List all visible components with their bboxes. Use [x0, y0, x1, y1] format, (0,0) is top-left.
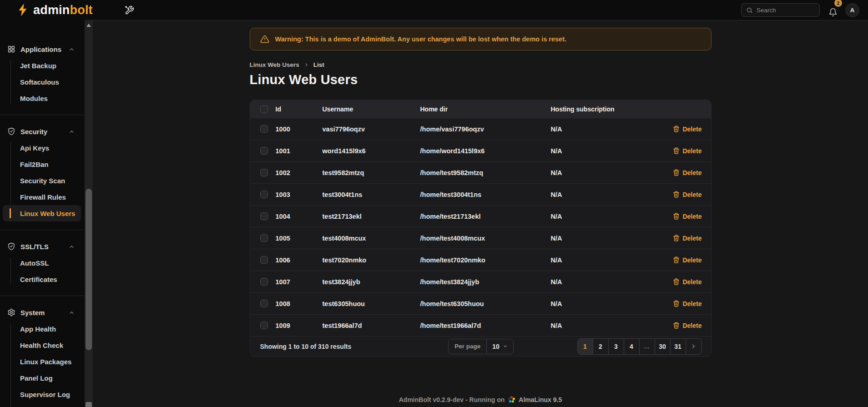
- scrollbar-up-arrow[interactable]: [86, 24, 91, 27]
- page-button-31[interactable]: 31: [671, 339, 686, 354]
- page-button-1[interactable]: 1: [578, 339, 593, 354]
- warning-text: Warning: This is a demo of AdminBolt. An…: [275, 35, 567, 43]
- cell-home-dir: /home/test4008mcux: [420, 235, 551, 242]
- delete-label: Delete: [682, 278, 701, 286]
- row-checkbox[interactable]: [260, 212, 268, 220]
- scrollbar-thumb[interactable]: [86, 189, 92, 350]
- cell-home-dir: /home/vasi7796oqzv: [420, 126, 551, 133]
- sidebar-item-softaculous[interactable]: Softaculous: [3, 74, 81, 90]
- row-checkbox[interactable]: [260, 147, 268, 155]
- sidebar-divider: [0, 115, 85, 115]
- row-checkbox[interactable]: [260, 234, 268, 242]
- delete-button[interactable]: Delete: [673, 191, 701, 198]
- sidebar-sections: Applications Jet Backup Softaculous Modu…: [0, 41, 85, 407]
- sidebar-scrollbar[interactable]: [85, 20, 93, 407]
- next-page-button[interactable]: [686, 339, 701, 354]
- table-row: 1002 test9582mtzq /home/test9582mtzq N/A…: [250, 162, 711, 184]
- row-checkbox[interactable]: [260, 191, 268, 198]
- row-checkbox[interactable]: [260, 300, 268, 307]
- delete-button[interactable]: Delete: [673, 256, 701, 264]
- sidebar-item-certificates[interactable]: Certificates: [3, 271, 81, 287]
- page-button-3[interactable]: 3: [609, 339, 624, 354]
- sidebar-section-header[interactable]: Applications: [0, 41, 85, 57]
- avatar[interactable]: A: [845, 3, 859, 17]
- cell-id: 1007: [276, 278, 323, 286]
- breadcrumb-current: List: [313, 61, 324, 68]
- delete-button[interactable]: Delete: [673, 300, 701, 307]
- row-checkbox[interactable]: [260, 322, 268, 329]
- sidebar-item-panel-log[interactable]: Panel Log: [3, 370, 81, 386]
- results-summary: Showing 1 to 10 of 310 results: [260, 343, 449, 350]
- sidebar-item-security-scan[interactable]: Security Scan: [3, 172, 81, 189]
- sidebar-item-system-updates[interactable]: System Updates: [3, 402, 81, 407]
- search-input[interactable]: [757, 7, 815, 14]
- table-row: 1008 test6305huou /home/test6305huou N/A…: [250, 293, 711, 315]
- delete-label: Delete: [682, 126, 701, 133]
- sidebar-item-linux-web-users[interactable]: Linux Web Users: [3, 205, 81, 221]
- section-items: Api Keys Fail2Ban Security Scan Firewall…: [0, 140, 85, 221]
- page-button-4[interactable]: 4: [624, 339, 640, 354]
- delete-button[interactable]: Delete: [673, 147, 701, 155]
- scrollbar-down-button[interactable]: [86, 402, 92, 407]
- search-box[interactable]: [741, 3, 820, 17]
- sidebar-item-app-health[interactable]: App Health: [3, 321, 81, 337]
- sidebar-item-label: Softaculous: [20, 78, 59, 86]
- row-checkbox[interactable]: [260, 169, 268, 176]
- page-button-30[interactable]: 30: [655, 339, 671, 354]
- sidebar-item-health-check[interactable]: Health Check: [3, 337, 81, 353]
- table-header-row: Id Username Home dir Hosting subscriptio…: [250, 100, 711, 118]
- app-footer: AdminBolt v0.2.9-dev - Running on AlmaLi…: [250, 396, 712, 403]
- delete-button[interactable]: Delete: [673, 322, 701, 329]
- sidebar-item-label: Security Scan: [20, 177, 65, 185]
- per-page-label: Per page: [449, 339, 487, 354]
- select-all-checkbox[interactable]: [260, 106, 268, 113]
- sidebar-item-label: Panel Log: [20, 374, 53, 382]
- sidebar-item-label: Jet Backup: [20, 62, 56, 70]
- table-row: 1003 test3004t1ns /home/test3004t1ns N/A…: [250, 184, 711, 206]
- sidebar-item-modules[interactable]: Modules: [3, 90, 81, 106]
- delete-label: Delete: [682, 169, 701, 176]
- tools-button[interactable]: [125, 5, 134, 15]
- per-page-select[interactable]: 10: [487, 343, 513, 350]
- sidebar-item-label: Health Check: [20, 342, 63, 349]
- row-checkbox[interactable]: [260, 256, 268, 264]
- bell-icon: [828, 8, 838, 17]
- delete-button[interactable]: Delete: [673, 278, 701, 286]
- cell-username: test1966al7d: [323, 322, 420, 329]
- sidebar-item-label: App Health: [20, 325, 56, 333]
- bolt-icon: [17, 3, 29, 17]
- delete-button[interactable]: Delete: [673, 213, 701, 220]
- delete-button[interactable]: Delete: [673, 126, 701, 133]
- trash-icon: [673, 278, 680, 285]
- page-button-2[interactable]: 2: [593, 339, 609, 354]
- sidebar-item-linux-packages[interactable]: Linux Packages: [3, 353, 81, 370]
- sidebar-section-header[interactable]: SSL/TLS: [0, 238, 85, 255]
- delete-button[interactable]: Delete: [673, 169, 701, 176]
- page-ellipsis[interactable]: ...: [640, 339, 655, 354]
- sidebar-item-autossl[interactable]: AutoSSL: [3, 255, 81, 271]
- app-logo[interactable]: adminbolt: [17, 3, 93, 17]
- sidebar-item-api-keys[interactable]: Api Keys: [3, 140, 81, 156]
- cell-hosting: N/A: [551, 191, 643, 198]
- sidebar-item-supervisor-log[interactable]: Supervisor Log: [3, 386, 81, 402]
- breadcrumb-parent[interactable]: Linux Web Users: [250, 61, 299, 68]
- sidebar-item-firewall-rules[interactable]: Firewall Rules: [3, 189, 81, 205]
- chevron-up-icon: [69, 129, 75, 135]
- sidebar-section-header[interactable]: Security: [0, 123, 85, 140]
- trash-icon: [673, 169, 680, 176]
- sidebar-section-header[interactable]: System: [0, 304, 85, 321]
- cell-id: 1004: [276, 213, 323, 220]
- notifications-button[interactable]: 2: [827, 3, 839, 17]
- section-items: App Health Health Check Linux Packages P…: [0, 321, 85, 407]
- sidebar-item-label: Api Keys: [20, 144, 49, 152]
- trash-icon: [673, 300, 680, 307]
- per-page-control[interactable]: Per page 10: [448, 339, 514, 354]
- row-checkbox[interactable]: [260, 278, 268, 286]
- table-body: 1000 vasi7796oqzv /home/vasi7796oqzv N/A…: [250, 118, 711, 337]
- row-checkbox[interactable]: [260, 125, 268, 133]
- sidebar-divider: [0, 296, 85, 296]
- sidebar-item-jet-backup[interactable]: Jet Backup: [3, 57, 81, 74]
- sidebar-item-fail2ban[interactable]: Fail2Ban: [3, 156, 81, 172]
- cell-id: 1001: [276, 147, 323, 155]
- delete-button[interactable]: Delete: [673, 235, 701, 242]
